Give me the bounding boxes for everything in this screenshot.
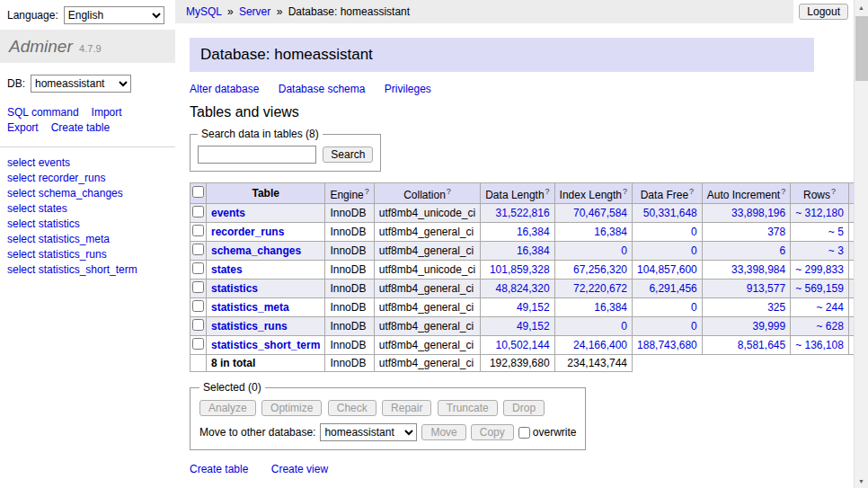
- sidebar-item-select-statistics[interactable]: select statistics: [7, 217, 168, 231]
- help-icon[interactable]: ?: [365, 187, 369, 196]
- sidebar-link-create-table[interactable]: Create table: [51, 121, 110, 134]
- copy-button[interactable]: Copy: [471, 424, 514, 440]
- data-length-link[interactable]: 49,152: [517, 301, 550, 314]
- rows-link[interactable]: ~ 244: [817, 301, 844, 314]
- row-checkbox[interactable]: [192, 300, 204, 312]
- index-length-link[interactable]: 24,166,400: [573, 339, 627, 351]
- search-input[interactable]: [198, 146, 316, 164]
- table-name-link[interactable]: statistics: [211, 282, 258, 295]
- db-select[interactable]: homeassistant: [31, 75, 131, 93]
- breadcrumb-server-link[interactable]: Server: [239, 5, 270, 18]
- sidebar-link-export[interactable]: Export: [7, 121, 39, 134]
- data-length-link[interactable]: 48,824,320: [496, 282, 550, 295]
- table-name-link[interactable]: statistics_runs: [211, 320, 288, 333]
- table-name-link[interactable]: statistics_short_term: [211, 339, 320, 351]
- rows-link[interactable]: ~ 299,833: [795, 263, 844, 276]
- row-checkbox[interactable]: [192, 206, 204, 217]
- scroll-up-arrow-icon[interactable]: ▲: [855, 0, 868, 14]
- move-database-select[interactable]: homeassistant: [320, 423, 417, 441]
- sidebar-item-select-statistics-meta[interactable]: select statistics_meta: [7, 232, 168, 246]
- sidebar-item-select-events[interactable]: select events: [7, 155, 168, 170]
- rows-link[interactable]: ~ 3: [828, 244, 844, 257]
- data-free-link[interactable]: 6,291,456: [649, 282, 696, 295]
- search-button[interactable]: Search: [323, 146, 373, 163]
- row-checkbox[interactable]: [192, 319, 204, 331]
- rows-link[interactable]: ~ 136,108: [795, 339, 844, 351]
- table-name-link[interactable]: states: [211, 263, 243, 276]
- column-header-data-length[interactable]: Data Length?: [481, 183, 554, 204]
- truncate-button[interactable]: Truncate: [438, 400, 498, 416]
- row-checkbox[interactable]: [192, 225, 204, 236]
- sidebar-item-select-recorder-runs[interactable]: select recorder_runs: [7, 171, 168, 185]
- analyze-button[interactable]: Analyze: [199, 400, 256, 416]
- move-button[interactable]: Move: [421, 424, 465, 440]
- column-header-collation[interactable]: Collation?: [374, 183, 480, 204]
- auto-increment-link[interactable]: 913,577: [747, 282, 785, 295]
- table-name-link[interactable]: schema_changes: [211, 244, 301, 257]
- index-length-link[interactable]: 16,384: [594, 226, 627, 238]
- create-view-link[interactable]: Create view: [271, 463, 328, 475]
- breadcrumb-mysql-link[interactable]: MySQL: [186, 5, 222, 18]
- help-icon[interactable]: ?: [781, 187, 785, 196]
- data-length-link[interactable]: 16,384: [517, 244, 550, 257]
- table-name-link[interactable]: statistics_meta: [211, 301, 289, 314]
- sidebar-link-import[interactable]: Import: [92, 106, 122, 119]
- index-length-link[interactable]: 70,467,584: [573, 207, 627, 219]
- repair-button[interactable]: Repair: [382, 400, 431, 416]
- overwrite-checkbox[interactable]: [518, 427, 530, 439]
- help-icon[interactable]: ?: [447, 187, 451, 196]
- database-schema-link[interactable]: Database schema: [279, 83, 366, 95]
- rows-link[interactable]: ~ 312,180: [795, 207, 844, 219]
- sidebar-link-sql-command[interactable]: SQL command: [7, 106, 79, 119]
- check-button[interactable]: Check: [328, 400, 376, 416]
- table-name-link[interactable]: events: [211, 207, 245, 219]
- data-length-link[interactable]: 10,502,144: [496, 339, 550, 351]
- sidebar-item-select-statistics-runs[interactable]: select statistics_runs: [7, 247, 168, 262]
- auto-increment-link[interactable]: 378: [767, 226, 785, 238]
- auto-increment-link[interactable]: 33,898,196: [731, 207, 785, 219]
- auto-increment-link[interactable]: 325: [767, 301, 785, 314]
- help-icon[interactable]: ?: [831, 187, 836, 196]
- column-header-auto-increment[interactable]: Auto Increment?: [702, 183, 790, 204]
- data-free-link[interactable]: 0: [691, 244, 697, 257]
- data-length-link[interactable]: 31,522,816: [496, 207, 550, 219]
- data-free-link[interactable]: 0: [691, 226, 697, 238]
- data-free-link[interactable]: 188,743,680: [637, 339, 697, 351]
- data-free-link[interactable]: 50,331,648: [643, 207, 697, 219]
- language-select[interactable]: English: [64, 6, 164, 24]
- index-length-link[interactable]: 72,220,672: [573, 282, 627, 295]
- sidebar-item-select-states[interactable]: select states: [7, 201, 168, 216]
- data-length-link[interactable]: 16,384: [517, 226, 550, 238]
- table-name-link[interactable]: recorder_runs: [211, 226, 284, 238]
- help-icon[interactable]: ?: [689, 187, 694, 196]
- data-free-link[interactable]: 0: [691, 320, 697, 333]
- privileges-link[interactable]: Privileges: [385, 83, 431, 95]
- index-length-link[interactable]: 67,256,320: [573, 263, 627, 276]
- column-header-rows[interactable]: Rows?: [791, 183, 849, 204]
- index-length-link[interactable]: 0: [621, 320, 627, 333]
- data-length-link[interactable]: 49,152: [517, 320, 550, 333]
- index-length-link[interactable]: 16,384: [594, 301, 627, 314]
- column-header-table[interactable]: Table: [207, 183, 325, 204]
- create-table-link[interactable]: Create table: [190, 463, 248, 475]
- row-checkbox[interactable]: [192, 244, 204, 255]
- scroll-down-arrow-icon[interactable]: ▼: [855, 474, 868, 488]
- auto-increment-link[interactable]: 6: [779, 244, 785, 257]
- rows-link[interactable]: ~ 569,159: [795, 282, 844, 295]
- column-header-index-length[interactable]: Index Length?: [554, 183, 632, 204]
- sidebar-item-select-schema-changes[interactable]: select schema_changes: [7, 186, 168, 200]
- data-length-link[interactable]: 101,859,328: [490, 263, 550, 276]
- auto-increment-link[interactable]: 33,398,984: [731, 263, 785, 276]
- auto-increment-link[interactable]: 8,581,645: [738, 339, 785, 351]
- data-free-link[interactable]: 104,857,600: [637, 263, 697, 276]
- row-checkbox[interactable]: [192, 262, 204, 274]
- help-icon[interactable]: ?: [623, 187, 627, 196]
- rows-link[interactable]: ~ 5: [828, 226, 844, 238]
- rows-link[interactable]: ~ 628: [817, 320, 844, 333]
- select-all-checkbox[interactable]: [192, 186, 204, 198]
- column-header-engine[interactable]: Engine?: [325, 183, 374, 204]
- row-checkbox[interactable]: [192, 338, 204, 350]
- sidebar-item-select-statistics-short-term[interactable]: select statistics_short_term: [7, 262, 168, 277]
- vertical-scrollbar[interactable]: ▲ ▼: [854, 0, 868, 488]
- row-checkbox[interactable]: [192, 281, 204, 293]
